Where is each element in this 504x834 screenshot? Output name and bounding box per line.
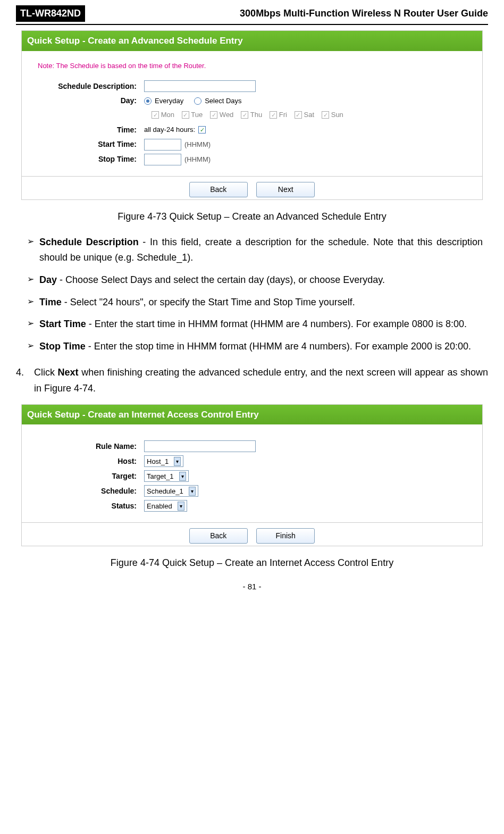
label-wed: Wed (220, 111, 234, 119)
step-4: 4. Click Next when finishing creating th… (16, 364, 488, 397)
label-start-time: Start Time: (38, 139, 144, 150)
label-rule-name: Rule Name: (38, 441, 144, 452)
label-schedule-desc: Schedule Description: (38, 81, 144, 92)
schedule-note: Note: The Schedule is based on the time … (38, 61, 466, 71)
figure-caption-73: Figure 4-73 Quick Setup – Create an Adva… (16, 210, 488, 224)
chk-sat[interactable] (295, 111, 302, 119)
chk-fri[interactable] (270, 111, 277, 119)
bullet-schedule-desc: Schedule Description - In this field, cr… (39, 235, 483, 266)
label-tue: Tue (191, 111, 203, 119)
button-bar: Back Finish (22, 522, 482, 546)
label-host: Host: (38, 456, 144, 467)
finish-button[interactable]: Finish (256, 528, 315, 544)
bullet-time: Time - Select "24 hours", or specify the… (39, 295, 483, 311)
label-fri: Fri (279, 111, 287, 119)
panel-title: Quick Setup - Create an Advanced Schedul… (22, 31, 482, 51)
all-day-label: all day-24 hours: (144, 124, 195, 135)
label-target: Target: (38, 471, 144, 482)
page-number: - 81 - (16, 581, 488, 593)
chk-thu[interactable] (241, 111, 248, 119)
bullet-icon: ➢ (21, 316, 39, 332)
step-text: Click Next when finishing creating the a… (34, 364, 488, 397)
bullet-icon: ➢ (21, 235, 39, 266)
bullet-start-time: Start Time - Enter the start time in HHM… (39, 316, 483, 332)
label-thu: Thu (250, 111, 262, 119)
radio-select-days[interactable] (194, 97, 201, 105)
radio-everyday-label: Everyday (155, 96, 183, 106)
figure-caption-74: Figure 4-74 Quick Setup – Create an Inte… (16, 556, 488, 570)
guide-title: 300Mbps Multi-Function Wireless N Router… (88, 6, 488, 21)
chk-mon[interactable] (152, 111, 159, 119)
bullet-icon: ➢ (21, 295, 39, 311)
label-mon: Mon (161, 111, 174, 119)
chk-tue[interactable] (182, 111, 189, 119)
label-stop-time: Stop Time: (38, 154, 144, 165)
radio-everyday[interactable] (144, 97, 152, 105)
page-header: TL-WR842ND 300Mbps Multi-Function Wirele… (16, 0, 488, 24)
target-select[interactable]: Target_1 (144, 470, 189, 482)
back-button[interactable]: Back (189, 528, 248, 544)
step-number: 4. (16, 364, 34, 397)
label-time: Time: (38, 124, 144, 136)
label-schedule: Schedule: (38, 486, 144, 497)
model-badge: TL-WR842ND (16, 5, 85, 22)
bullet-icon: ➢ (21, 272, 39, 288)
chk-sun[interactable] (322, 111, 329, 119)
start-time-hint: (HHMM) (184, 139, 211, 150)
back-button[interactable]: Back (189, 182, 248, 197)
stop-time-hint: (HHMM) (184, 154, 211, 165)
panel-title: Quick Setup - Create an Internet Access … (22, 405, 482, 425)
host-select[interactable]: Host_1 (144, 455, 183, 467)
chk-wed[interactable] (210, 111, 217, 119)
header-rule (16, 24, 488, 25)
panel-body: Rule Name: Host: Host_1 Target: Target_1… (22, 424, 482, 522)
label-sun: Sun (331, 111, 343, 119)
bullet-icon: ➢ (21, 339, 39, 355)
schedule-desc-input[interactable] (144, 80, 256, 92)
status-select[interactable]: Enabled (144, 500, 187, 512)
label-day: Day: (38, 95, 144, 106)
bullet-day: Day - Choose Select Days and select the … (39, 272, 483, 288)
stop-time-input[interactable] (144, 154, 181, 165)
start-time-input[interactable] (144, 139, 181, 151)
schedule-select[interactable]: Schedule_1 (144, 485, 198, 497)
label-status: Status: (38, 501, 144, 512)
label-sat: Sat (304, 111, 315, 119)
panel-body: Note: The Schedule is based on the time … (22, 51, 482, 176)
bullet-stop-time: Stop Time - Enter the stop time in HHMM … (39, 339, 483, 355)
days-row: Mon Tue Wed Thu Fri Sat Sun (152, 110, 466, 120)
button-bar: Back Next (22, 176, 482, 199)
schedule-entry-panel: Quick Setup - Create an Advanced Schedul… (21, 30, 483, 200)
chk-all-day[interactable] (198, 126, 206, 134)
access-control-panel: Quick Setup - Create an Internet Access … (21, 404, 483, 547)
next-button[interactable]: Next (256, 182, 315, 197)
rule-name-input[interactable] (144, 440, 256, 452)
radio-select-days-label: Select Days (205, 96, 241, 106)
bullet-list: ➢Schedule Description - In this field, c… (21, 235, 483, 355)
